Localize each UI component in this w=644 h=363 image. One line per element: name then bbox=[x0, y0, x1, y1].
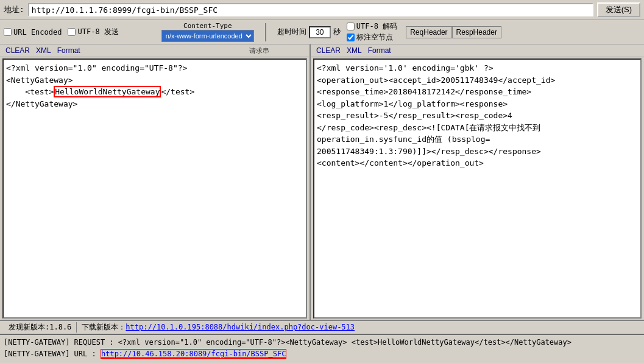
right-clear-button[interactable]: CLEAR bbox=[314, 46, 342, 55]
utf8-decode-label[interactable]: UTF-8 解码 bbox=[347, 21, 397, 32]
request-label: 请求串 bbox=[249, 46, 269, 55]
log-line-1: [NETTY-GATEWAY] REQUEST : <?xml version=… bbox=[4, 337, 640, 348]
url-bar: 地址: 发送(S) bbox=[0, 0, 644, 20]
url-encoded-label: URL Encoded bbox=[13, 28, 62, 37]
log-line-1-text: [NETTY-GATEWAY] REQUEST : <?xml version=… bbox=[4, 338, 571, 347]
log-url-link[interactable]: http://10.46.158.20:8089/fcgi-bin/BSSP_S… bbox=[101, 349, 286, 359]
content-type-select[interactable]: n/x-www-form-urlencoded bbox=[161, 30, 254, 42]
content-type-label: Content-Type bbox=[183, 22, 232, 30]
right-checkboxes: UTF-8 解码 标注空节点 bbox=[347, 21, 397, 43]
utf8-decode-checkbox[interactable] bbox=[347, 23, 355, 30]
url-encoded-checkbox[interactable] bbox=[4, 28, 12, 36]
utf8-send-checkbox[interactable] bbox=[68, 28, 76, 36]
address-label: 地址: bbox=[4, 4, 24, 15]
download-link[interactable]: http://10.1.0.195:8088/hdwiki/index.php?… bbox=[126, 323, 355, 331]
left-xml-button[interactable]: XML bbox=[34, 46, 53, 55]
response-editor[interactable]: <?xml version='1.0' encoding='gbk' ?> <o… bbox=[313, 58, 642, 319]
log-line-2: [NETTY-GATEWAY] URL : http://10.46.158.2… bbox=[4, 348, 640, 360]
annotate-label[interactable]: 标注空节点 bbox=[347, 32, 397, 43]
annotate-text: 标注空节点 bbox=[356, 32, 393, 43]
request-editor[interactable]: <?xml version="1.0" encoding="UTF-8"?> <… bbox=[2, 58, 307, 319]
response-content: <?xml version='1.0' encoding='gbk' ?> <o… bbox=[317, 63, 555, 167]
content-type-group: Content-Type n/x-www-form-urlencoded bbox=[161, 22, 254, 42]
status-bar: 发现新版本:1.8.6 下载新版本：http://10.1.0.195:8088… bbox=[0, 320, 644, 334]
send-button[interactable]: 发送(S) bbox=[597, 2, 640, 17]
log-line-2-prefix: [NETTY-GATEWAY] URL : bbox=[4, 350, 101, 358]
utf8-decode-text: UTF-8 解码 bbox=[356, 21, 397, 32]
utf8-send-label: UTF-8 发送 bbox=[77, 27, 118, 37]
left-toolbar: CLEAR XML Format 请求串 bbox=[0, 44, 311, 57]
timeout-input[interactable] bbox=[309, 26, 331, 38]
request-content: <?xml version="1.0" encoding="UTF-8"?> <… bbox=[6, 63, 194, 108]
req-header-button[interactable]: ReqHeader bbox=[406, 26, 451, 38]
options-row: URL Encoded UTF-8 发送 Content-Type n/x-ww… bbox=[0, 20, 644, 44]
tab-buttons: ReqHeader RespHeader bbox=[406, 26, 501, 38]
download-status: 下载新版本：http://10.1.0.195:8088/hdwiki/inde… bbox=[77, 322, 640, 333]
hello-world-text: HelloWorldNettyGateway bbox=[54, 86, 161, 97]
timeout-group: 超时时间 秒 bbox=[277, 26, 341, 38]
version-status: 发现新版本:1.8.6 bbox=[4, 322, 77, 333]
left-format-button[interactable]: Format bbox=[55, 46, 82, 55]
annotate-checkbox[interactable] bbox=[347, 33, 355, 41]
timeout-unit: 秒 bbox=[333, 27, 341, 37]
left-pane: <?xml version="1.0" encoding="UTF-8"?> <… bbox=[0, 57, 311, 320]
timeout-label: 超时时间 bbox=[277, 27, 306, 37]
left-clear-button[interactable]: CLEAR bbox=[4, 46, 32, 55]
utf8-send-checkbox-label[interactable]: UTF-8 发送 bbox=[68, 27, 118, 37]
url-encoded-checkbox-label[interactable]: URL Encoded bbox=[4, 28, 62, 37]
toolbar-row: CLEAR XML Format 请求串 CLEAR XML Format bbox=[0, 44, 644, 57]
right-xml-button[interactable]: XML bbox=[345, 46, 364, 55]
url-input[interactable] bbox=[28, 3, 593, 16]
right-format-button[interactable]: Format bbox=[366, 46, 393, 55]
resp-header-button[interactable]: RespHeader bbox=[452, 26, 501, 38]
main-content: <?xml version="1.0" encoding="UTF-8"?> <… bbox=[0, 57, 644, 320]
right-pane: <?xml version='1.0' encoding='gbk' ?> <o… bbox=[311, 57, 644, 320]
log-area: [NETTY-GATEWAY] REQUEST : <?xml version=… bbox=[0, 334, 644, 363]
download-label: 下载新版本： bbox=[82, 323, 126, 331]
pane-divider bbox=[265, 23, 266, 41]
right-toolbar: CLEAR XML Format bbox=[311, 44, 644, 57]
